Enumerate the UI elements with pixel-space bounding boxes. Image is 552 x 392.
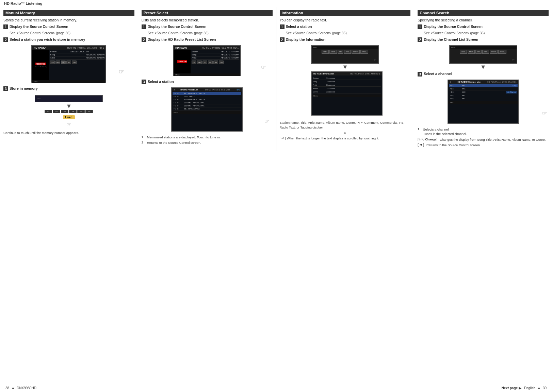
ch-pty-btn[interactable]: PTY (475, 50, 482, 54)
channel-items: HD1| XXX Song HD2| XXX HD3| XXX Info Cha… (448, 84, 518, 101)
step2-title: Select a station you wish to store in me… (10, 37, 85, 42)
section-manual-memory: Manual Memory Stores the current receivi… (0, 7, 138, 151)
i-arrows: ··· (337, 77, 338, 79)
info-screen-bar: HD FM1 Preset 1 98.1 Mhz HD 1 (350, 73, 380, 75)
channel-step3: 3 Select a channel (418, 71, 549, 76)
btn-rad[interactable]: RAD (55, 61, 60, 64)
preset-step1: 1 Display the Source Control Screen (142, 24, 273, 29)
ch-info-btn[interactable]: INFO (482, 50, 489, 54)
mem-btn-p1[interactable]: P1 (45, 110, 52, 113)
radio-row-song: Song ABCDEFGHIJKLMN (50, 53, 104, 56)
preset-list-bar-info: HD FM1 Preset 1 98.1 MHz (204, 89, 230, 91)
p-btn-am[interactable]: AM (213, 61, 218, 64)
ch-note-marker-back: [ ➡ ] (418, 143, 424, 147)
memory-bar: Menu (35, 95, 103, 102)
label-station: Station (50, 51, 56, 53)
channel-item-hd5[interactable]: HD5| XXX (449, 97, 518, 100)
section-header-preset-select: Preset Select (142, 10, 273, 16)
section-preset-select: Preset Select Lists and selects memorize… (138, 7, 276, 151)
section-header-information: Information (280, 10, 411, 16)
info-pty-btn[interactable]: PTY (338, 50, 344, 54)
label-song: Song (50, 54, 55, 56)
info-info-btn[interactable]: INFO (344, 50, 351, 54)
preset-item-5[interactable]: FM 5) 100 MHz / HD5 / XXXXX (173, 104, 241, 107)
ch-val-2: XXX (462, 88, 466, 90)
ch-name-btn[interactable]: NAME (468, 50, 475, 54)
p-btn-rad[interactable]: RAD (197, 61, 202, 64)
radio-screen-1-wrapper: HD RADIO HD FM1 Preset1 98.1 MHz HD 1 KE… (3, 44, 134, 84)
btn-hd2[interactable]: HD (66, 61, 71, 64)
p-label-song: Song (192, 54, 196, 56)
info-source-screen-wrapper: Menu SEEK NAME PTY INFO RSDNF CRSD● ☞ ▼ (280, 44, 411, 118)
manual-memory-step3: 3 Store in memory (3, 86, 134, 91)
p-label-station: Station (192, 51, 198, 53)
channel-item-hd4[interactable]: HD4| XXX (449, 94, 518, 97)
channel-source-screen: Menu SEEK NAME PTY INFO RSDNF CRSD● ☞ (449, 45, 517, 64)
main-content: Manual Memory Stores the current receivi… (0, 7, 552, 151)
val-artist: ABCDEFGHIJKLMN (86, 57, 105, 59)
hand-icon-5: ☞ (372, 57, 377, 63)
btn-ch1[interactable]: CH1 (50, 61, 55, 64)
channel-search-intro: Specifying the selecting a channel. (418, 18, 549, 22)
preset-radio-screen-wrapper: HD RADIO HD FM1 Preset1 98.1 MHz HD 1 KE… (142, 44, 273, 77)
preset-item-2[interactable]: FM 2) 107 / XXXXX (173, 95, 241, 98)
channel-item-hd2[interactable]: HD2| XXX (449, 87, 518, 90)
channel-step-num-1: 1 (418, 24, 422, 29)
mem-btn-p4[interactable]: P4 (69, 110, 77, 113)
ch-num-4: HD4| (450, 95, 460, 97)
i-label-album: Album (313, 87, 325, 89)
mem-btn-p5[interactable]: P5 (77, 110, 85, 113)
page-footer: 38 ● DNX9980HD Next page ▶ English ● 39 (0, 384, 552, 392)
preset-item-6[interactable]: FM 6) 93.1 MHz / XXXXX (173, 107, 241, 110)
step3-title: Store in memory (10, 86, 38, 91)
channel-item-hd1[interactable]: HD1| XXX Song (449, 84, 518, 87)
manual-memory-intro: Stores the current receiving station in … (3, 18, 134, 22)
preset-item-1[interactable]: FM 1) 98.1 MHz / HD1 / XXXXX (173, 92, 241, 95)
p-btn-ch1[interactable]: CH1 (192, 61, 196, 64)
channel-step-num-3: 3 (418, 72, 422, 76)
info-row-song: Song Xxxxxxxxx (313, 80, 381, 83)
mem-btn-p2[interactable]: P2 (53, 110, 60, 113)
info-step1-title: Select a station (286, 24, 312, 29)
preset-item-4[interactable]: FM 4) 107 MHz / HD5 / XXXXX (173, 101, 241, 104)
preset-note-2: 2 Returns to the Source Control screen. (142, 140, 273, 145)
info-row-station: Station Xxxxxxxxx ··· (313, 76, 381, 80)
memory-arrow-down: ▼ (35, 103, 103, 109)
ch-seek-btn[interactable]: SEEK (460, 50, 467, 54)
preset-select-intro: Lists and selects memorized station. (142, 18, 273, 22)
info-rsdnf-btn[interactable]: RSDNF (352, 50, 360, 54)
i-val-station: Xxxxxxxxx (326, 77, 335, 79)
ch-rsdnf-btn[interactable]: RSDNF (490, 50, 498, 54)
channel-list-wrapper: 1 HD RADIO Channel List HD FM1 Preset 1 … (418, 78, 549, 125)
info-name-btn[interactable]: NAME (329, 50, 337, 54)
p-btn-fm1[interactable]: FM1 (219, 61, 224, 64)
channel-notes: 1 Selects a channel.Tunes in the selecte… (418, 127, 549, 147)
p-btn-hd1[interactable]: HD (202, 61, 207, 64)
preset-row-station: Station ABCDEFGHIJKLMN (192, 50, 239, 53)
preset-list-title: RADIO Preset List (180, 89, 198, 91)
p-btn-hd2[interactable]: HD (208, 61, 213, 64)
preset-item-4-val: 107 MHz / HD5 / XXXXX (184, 102, 205, 104)
channel-step3-title: Select a channel (424, 71, 452, 76)
next-page-label: Next page ▶ (501, 386, 521, 390)
ch-info-change[interactable]: Info Change (506, 91, 516, 93)
btn-fm1[interactable]: FM1 (72, 61, 77, 64)
mem-btn-p6[interactable]: P6 (85, 110, 93, 113)
ch-val-5: XXX (462, 98, 466, 100)
channel-list-top: 1 HD RADIO Channel List HD FM1 Preset 1 … (448, 80, 518, 84)
btn-hd1[interactable]: HD (61, 61, 66, 64)
channel-item-hd3[interactable]: HD3| XXX Info Change (449, 90, 518, 94)
step-num-3: 3 (3, 86, 8, 91)
i-label-genre: Genre (313, 91, 325, 93)
ch-crsd-btn[interactable]: CRSD● (498, 50, 506, 54)
info-seek-btn[interactable]: SEEK (322, 50, 329, 54)
preset-step1-title: Display the Source Control Screen (148, 24, 207, 29)
info-step1: 1 Select a station (280, 24, 411, 29)
radio-ctrl-buttons: CH1 RAD HD HD FM1 (50, 61, 104, 64)
preset-item-3[interactable]: FM 3) 97.9 MHz / HD5 / XXXXX (173, 98, 241, 101)
info-crsd-btn[interactable]: CRSD● (360, 50, 369, 54)
footer-circle-icon: ● (12, 386, 14, 390)
preset-menu-bar: Menu (174, 73, 240, 76)
mem-btn-p3[interactable]: P3 (61, 110, 68, 113)
information-intro: You can display the radio text. (280, 18, 411, 22)
